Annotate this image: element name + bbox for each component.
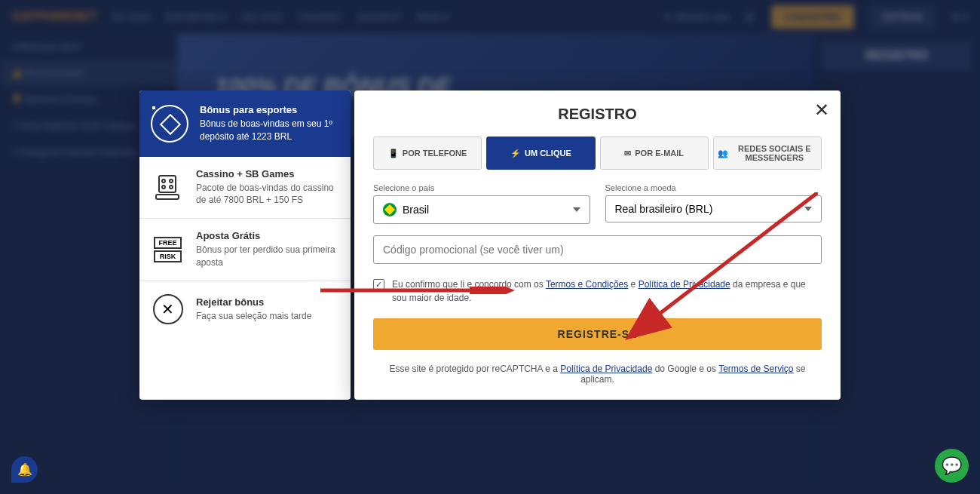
bonus-item-desc: Faça sua seleção mais tarde: [196, 310, 311, 323]
bonus-item-title: Aposta Grátis: [196, 230, 339, 241]
free-risk-icon: FREE RISK: [151, 232, 185, 266]
terms-link[interactable]: Termos e Condições: [546, 279, 628, 290]
registration-tabs: 📱 POR TELEFONE ⚡ UM CLIQUE ✉ POR E-MAIL …: [373, 137, 822, 170]
recaptcha-text: Esse site é protegido por reCAPTCHA e a …: [373, 364, 822, 385]
tab-label: REDES SOCIAIS E MESSENGERS: [732, 144, 817, 162]
svg-point-1: [162, 179, 165, 183]
bonus-item-title: Cassino + SB Games: [196, 168, 339, 179]
chevron-down-icon: [573, 207, 580, 212]
currency-select[interactable]: Real brasileiro (BRL): [605, 195, 822, 222]
bonus-header-title: Bônus para esportes: [200, 104, 339, 115]
bonus-item-reject[interactable]: ✕ Rejeitar bônus Faça sua seleção mais t…: [139, 281, 351, 338]
bonus-item-desc: Bônus por ter perdido sua primeira apost…: [196, 244, 339, 269]
svg-point-4: [170, 186, 173, 189]
recaptcha-privacy-link[interactable]: Política de Privacidade: [560, 364, 652, 374]
registration-modal: ✕ REGISTRO 📱 POR TELEFONE ⚡ UM CLIQUE ✉ …: [354, 91, 841, 400]
country-label: Selecione o país: [373, 183, 590, 192]
brazil-flag-icon: [383, 203, 397, 216]
bonus-item-freebet[interactable]: FREE RISK Aposta Grátis Bônus por ter pe…: [139, 219, 351, 281]
promo-code-input[interactable]: [373, 235, 822, 264]
slot-icon: [151, 170, 185, 204]
bell-icon: 🔔: [17, 462, 32, 477]
svg-rect-0: [159, 176, 176, 192]
country-select[interactable]: Brasil: [373, 195, 590, 224]
tab-label: POR E-MAIL: [635, 149, 684, 158]
tab-label: UM CLIQUE: [525, 149, 571, 158]
chat-icon: 💬: [942, 456, 962, 476]
tab-phone[interactable]: 📱 POR TELEFONE: [373, 137, 482, 170]
svg-point-2: [170, 179, 173, 183]
phone-icon: 📱: [388, 149, 399, 158]
bonus-item-casino[interactable]: Cassino + SB Games Pacote de boas-vindas…: [139, 157, 351, 219]
currency-label: Selecione a moeda: [605, 183, 822, 192]
bolt-icon: ⚡: [510, 149, 521, 158]
register-button[interactable]: REGISTRE-SE: [373, 318, 822, 350]
tab-label: POR TELEFONE: [403, 149, 467, 158]
people-icon: 👥: [718, 149, 728, 158]
recaptcha-tos-link[interactable]: Termos de Serviço: [718, 364, 793, 374]
modal-title: REGISTRO: [373, 106, 822, 123]
currency-value: Real brasileiro (BRL): [615, 203, 713, 215]
close-icon[interactable]: ✕: [814, 100, 829, 121]
svg-point-3: [162, 186, 165, 189]
country-value: Brasil: [403, 204, 429, 216]
bonus-panel: Bônus para esportes Bônus de boas-vindas…: [139, 91, 351, 400]
bonus-header-desc: Bônus de boas-vindas em seu 1º depósito …: [200, 118, 339, 143]
tab-social[interactable]: 👥 REDES SOCIAIS E MESSENGERS: [713, 137, 822, 170]
tab-oneclick[interactable]: ⚡ UM CLIQUE: [486, 137, 595, 170]
privacy-link[interactable]: Política de Privacidade: [639, 279, 730, 290]
chevron-down-icon: [804, 207, 812, 211]
terms-text: Eu confirmo que li e concordo com os Ter…: [392, 278, 822, 305]
svg-rect-5: [156, 195, 179, 199]
reject-icon: ✕: [151, 293, 185, 327]
bonus-header-sports[interactable]: Bônus para esportes Bônus de boas-vindas…: [139, 91, 351, 157]
mail-icon: ✉: [624, 149, 631, 158]
soccer-ball-icon: [151, 105, 188, 143]
tab-email[interactable]: ✉ POR E-MAIL: [600, 137, 709, 170]
bonus-item-title: Rejeitar bônus: [196, 296, 311, 308]
notification-button[interactable]: 🔔: [11, 456, 38, 483]
bonus-item-desc: Pacote de boas-vindas do cassino de até …: [196, 182, 339, 207]
modal-overlay: Bônus para esportes Bônus de boas-vindas…: [0, 0, 980, 494]
chat-button[interactable]: 💬: [935, 449, 969, 483]
terms-checkbox[interactable]: ✓: [373, 279, 384, 290]
